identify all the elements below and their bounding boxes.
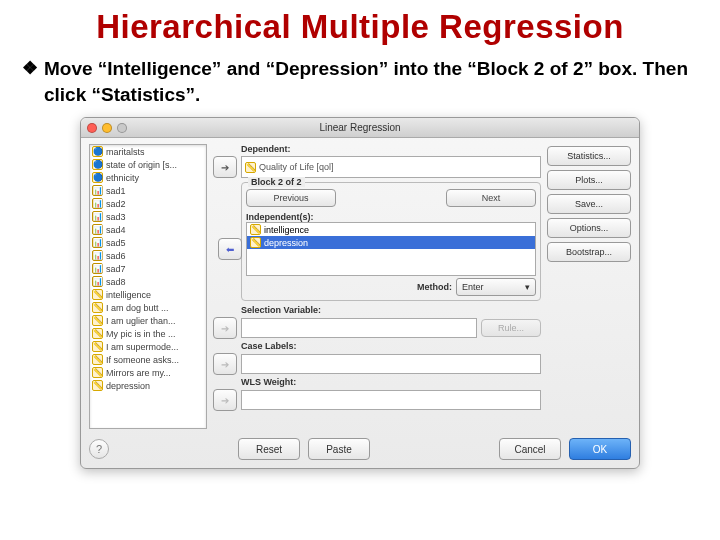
var-type-icon: 📊 xyxy=(92,185,103,196)
variable-label: I am uglier than... xyxy=(106,316,176,326)
variable-item[interactable]: 📊sad4 xyxy=(90,223,206,236)
variable-item[interactable]: 📏If someone asks... xyxy=(90,353,206,366)
slide-bullet: ❖ Move “Intelligence” and “Depression” i… xyxy=(22,56,698,107)
variable-label: If someone asks... xyxy=(106,355,179,365)
variable-item[interactable]: 📏intelligence xyxy=(90,288,206,301)
move-to-wls-button[interactable]: ➔ xyxy=(213,389,237,411)
variable-label: sad7 xyxy=(106,264,126,274)
right-button-column: Statistics...Plots...Save...Options...Bo… xyxy=(547,144,631,429)
variable-item[interactable]: 🔵maritalsts xyxy=(90,145,206,158)
scale-icon: 📏 xyxy=(245,162,256,173)
variable-label: Mirrors are my... xyxy=(106,368,171,378)
var-type-icon: 🔵 xyxy=(92,146,103,157)
var-type-icon: 📏 xyxy=(92,367,103,378)
variable-label: sad5 xyxy=(106,238,126,248)
variable-item[interactable]: 📏I am uglier than... xyxy=(90,314,206,327)
var-type-icon: 📏 xyxy=(92,380,103,391)
rule-button: Rule... xyxy=(481,319,541,337)
paste-button[interactable]: Paste xyxy=(308,438,370,460)
move-to-selection-button[interactable]: ➔ xyxy=(213,317,237,339)
move-to-dependent-button[interactable]: ➔ xyxy=(213,156,237,178)
dialog-footer: ? Reset Paste Cancel OK xyxy=(81,433,639,468)
variable-label: sad4 xyxy=(106,225,126,235)
variable-label: I am dog butt ... xyxy=(106,303,169,313)
variable-label: sad8 xyxy=(106,277,126,287)
variable-item[interactable]: 📊sad3 xyxy=(90,210,206,223)
move-to-independent-button[interactable]: ⬅ xyxy=(218,238,242,260)
help-button[interactable]: ? xyxy=(89,439,109,459)
var-type-icon: 📏 xyxy=(92,328,103,339)
bullet-text: Move “Intelligence” and “Depression” int… xyxy=(44,56,698,107)
var-type-icon: 📊 xyxy=(92,211,103,222)
scale-icon: 📏 xyxy=(250,224,261,235)
variable-item[interactable]: 📏depression xyxy=(90,379,206,392)
variable-item[interactable]: 🔵state of origin [s... xyxy=(90,158,206,171)
independent-label: depression xyxy=(264,238,308,248)
variable-label: maritalsts xyxy=(106,147,145,157)
variable-list[interactable]: 🔵maritalsts🔵state of origin [s...🔵ethnic… xyxy=(89,144,207,429)
dialog-title: Linear Regression xyxy=(81,122,639,133)
variable-item[interactable]: 📏Mirrors are my... xyxy=(90,366,206,379)
diamond-bullet-icon: ❖ xyxy=(22,56,38,107)
variable-item[interactable]: 📊sad8 xyxy=(90,275,206,288)
var-type-icon: 📏 xyxy=(92,341,103,352)
save-button[interactable]: Save... xyxy=(547,194,631,214)
var-type-icon: 📊 xyxy=(92,198,103,209)
variable-item[interactable]: 📊sad2 xyxy=(90,197,206,210)
case-labels-field[interactable] xyxy=(241,354,541,374)
independent-item[interactable]: 📏intelligence xyxy=(247,223,535,236)
move-to-case-labels-button[interactable]: ➔ xyxy=(213,353,237,375)
method-select[interactable]: Enter ▾ xyxy=(456,278,536,296)
bootstrap-button[interactable]: Bootstrap... xyxy=(547,242,631,262)
dialog-titlebar: Linear Regression xyxy=(81,118,639,138)
variable-item[interactable]: 📏I am dog butt ... xyxy=(90,301,206,314)
independent-item[interactable]: 📏depression xyxy=(247,236,535,249)
dependent-label: Dependent: xyxy=(241,144,541,154)
statistics-button[interactable]: Statistics... xyxy=(547,146,631,166)
wls-weight-field[interactable] xyxy=(241,390,541,410)
variable-label: sad2 xyxy=(106,199,126,209)
linear-regression-dialog: Linear Regression 🔵maritalsts🔵state of o… xyxy=(80,117,640,469)
var-type-icon: 📏 xyxy=(92,302,103,313)
var-type-icon: 📏 xyxy=(92,289,103,300)
chevron-down-icon: ▾ xyxy=(525,282,530,292)
plots-button[interactable]: Plots... xyxy=(547,170,631,190)
dependent-field[interactable]: 📏 Quality of Life [qol] xyxy=(241,156,541,178)
selection-variable-label: Selection Variable: xyxy=(241,305,541,315)
variable-item[interactable]: 🔵ethnicity xyxy=(90,171,206,184)
var-type-icon: 📊 xyxy=(92,276,103,287)
block-label: Block 2 of 2 xyxy=(248,177,305,187)
method-label: Method: xyxy=(417,282,452,292)
reset-button[interactable]: Reset xyxy=(238,438,300,460)
dependent-value: Quality of Life [qol] xyxy=(259,162,334,172)
variable-item[interactable]: 📏My pic is in the ... xyxy=(90,327,206,340)
variable-item[interactable]: 📏I am supermode... xyxy=(90,340,206,353)
variable-item[interactable]: 📊sad6 xyxy=(90,249,206,262)
ok-button[interactable]: OK xyxy=(569,438,631,460)
independent-label: intelligence xyxy=(264,225,309,235)
variable-label: intelligence xyxy=(106,290,151,300)
options-button[interactable]: Options... xyxy=(547,218,631,238)
var-type-icon: 🔵 xyxy=(92,172,103,183)
var-type-icon: 📊 xyxy=(92,250,103,261)
variable-item[interactable]: 📊sad5 xyxy=(90,236,206,249)
var-type-icon: 📊 xyxy=(92,237,103,248)
block-group: Block 2 of 2 Previous Next Independent(s… xyxy=(241,182,541,301)
var-type-icon: 📏 xyxy=(92,315,103,326)
variable-label: ethnicity xyxy=(106,173,139,183)
previous-block-button[interactable]: Previous xyxy=(246,189,336,207)
var-type-icon: 📊 xyxy=(92,263,103,274)
independent-list[interactable]: 📏intelligence📏depression xyxy=(246,222,536,276)
var-type-icon: 🔵 xyxy=(92,159,103,170)
variable-label: I am supermode... xyxy=(106,342,179,352)
independent-label: Independent(s): xyxy=(246,212,536,222)
scale-icon: 📏 xyxy=(250,237,261,248)
variable-label: depression xyxy=(106,381,150,391)
cancel-button[interactable]: Cancel xyxy=(499,438,561,460)
variable-item[interactable]: 📊sad7 xyxy=(90,262,206,275)
var-type-icon: 📏 xyxy=(92,354,103,365)
selection-variable-field[interactable] xyxy=(241,318,477,338)
next-block-button[interactable]: Next xyxy=(446,189,536,207)
slide-title: Hierarchical Multiple Regression xyxy=(22,8,698,46)
variable-item[interactable]: 📊sad1 xyxy=(90,184,206,197)
